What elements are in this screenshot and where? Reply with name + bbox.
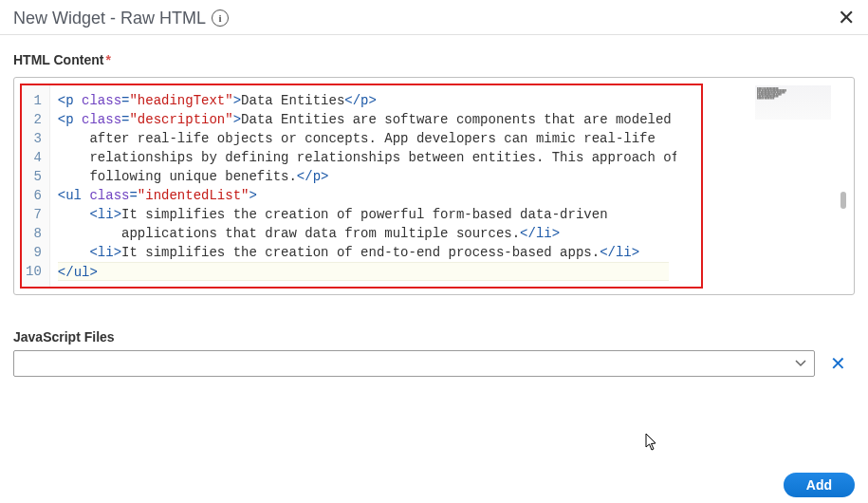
line-number: 2 [26, 110, 42, 129]
code-area[interactable]: <p class="headingText">Data Entities</p>… [50, 85, 676, 287]
js-files-label: JavaScript Files [13, 329, 855, 345]
code-line[interactable]: applications that draw data from multipl… [58, 224, 669, 243]
js-files-select[interactable] [13, 350, 815, 377]
chevron-down-icon [795, 358, 806, 369]
add-button[interactable]: Add [784, 473, 855, 497]
editor-scrollbar[interactable] [840, 192, 846, 209]
html-content-panel: 12345678910 <p class="headingText">Data … [13, 77, 855, 295]
dialog-header: New Widget - Raw HTML i ✕ [0, 0, 868, 35]
line-number: 6 [26, 186, 42, 205]
dialog-title-wrap: New Widget - Raw HTML i [13, 9, 229, 28]
code-minimap[interactable]: ████ ██ ████████████ ██████ ████████████… [755, 85, 831, 120]
code-line[interactable]: <li>It simplifies the creation of end-to… [58, 243, 669, 262]
line-number: 3 [26, 129, 42, 148]
html-content-label-wrap: HTML Content* [0, 35, 868, 73]
line-number: 4 [26, 148, 42, 167]
line-number: 1 [26, 91, 42, 110]
line-number: 10 [26, 262, 42, 281]
code-gutter: 12345678910 [22, 85, 50, 287]
code-line[interactable]: <li>It simplifies the creation of powerf… [58, 205, 669, 224]
code-line[interactable]: following unique benefits.</p> [58, 167, 669, 186]
info-icon[interactable]: i [212, 9, 229, 27]
code-line[interactable]: relationships by defining relationships … [58, 148, 669, 167]
close-icon[interactable]: ✕ [838, 8, 855, 28]
line-number: 9 [26, 243, 42, 262]
code-line[interactable]: <p class="headingText">Data Entities</p> [58, 91, 669, 110]
mouse-cursor-icon [645, 433, 658, 452]
line-number: 7 [26, 205, 42, 224]
line-number: 5 [26, 167, 42, 186]
required-indicator: * [105, 52, 110, 67]
js-files-section: JavaScript Files ✕ [0, 295, 868, 377]
dialog-title: New Widget - Raw HTML [13, 9, 206, 28]
js-files-row: ✕ [13, 350, 855, 377]
html-content-label: HTML Content [13, 52, 103, 67]
code-line[interactable]: after real-life objects or concepts. App… [58, 129, 669, 148]
code-line[interactable]: </ul> [58, 262, 669, 281]
code-line[interactable]: <ul class="indentedList"> [58, 186, 669, 205]
line-number: 8 [26, 224, 42, 243]
code-line[interactable]: <p class="description">Data Entities are… [58, 110, 669, 129]
dialog-footer: Add [784, 473, 855, 497]
clear-js-icon[interactable]: ✕ [830, 352, 846, 375]
code-editor[interactable]: 12345678910 <p class="headingText">Data … [20, 84, 703, 289]
